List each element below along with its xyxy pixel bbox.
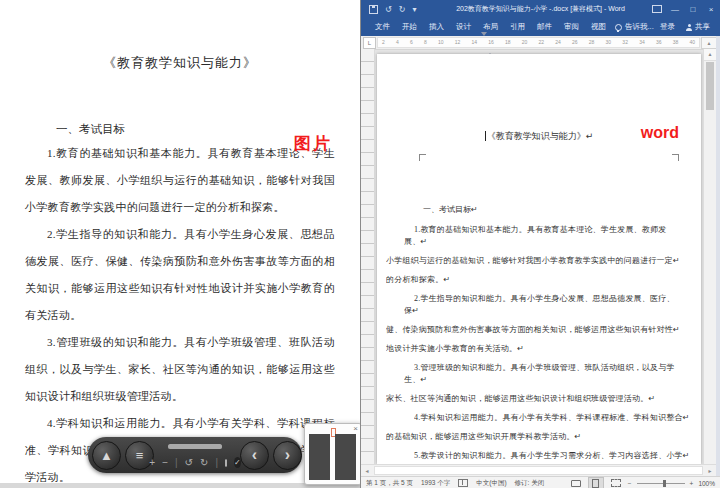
web-layout-icon[interactable]: [609, 478, 623, 488]
scroll-up-button[interactable]: ▲: [701, 37, 717, 49]
ribbon-tab[interactable]: 审阅: [558, 18, 585, 36]
undo-icon[interactable]: ↺: [385, 5, 392, 14]
window-title: 202教育教学知识与能力-小学 -.docx [兼容模式] - Word: [456, 4, 625, 14]
proofing-icon[interactable]: [458, 479, 468, 487]
ruler-number: 18: [505, 40, 511, 45]
ribbon-options-button[interactable]: [648, 0, 666, 18]
previous-image-button[interactable]: ‹: [240, 441, 269, 470]
word-titlebar: ↺ ↻ ▾ 202教育教学知识与能力-小学 -.docx [兼容模式] - Wo…: [361, 0, 720, 18]
horizontal-scrollbar[interactable]: ◄ ►: [361, 464, 716, 476]
zoom-out-button[interactable]: −: [628, 480, 632, 487]
minimize-button[interactable]: —: [666, 0, 684, 18]
redo-icon[interactable]: ↻: [399, 5, 406, 14]
scroll-right-arrow[interactable]: ►: [704, 468, 716, 474]
ruler-number: 34: [639, 40, 645, 45]
ruler-number: 20: [522, 40, 528, 45]
ruler-number: 38: [673, 40, 679, 45]
doc-line: 2.学生指导的知识和能力。具有小学生身心发展、思想品德发展、医疗、: [414, 293, 695, 304]
zoom-slider[interactable]: [168, 444, 222, 449]
ribbon-tab[interactable]: 文件: [369, 18, 396, 36]
eject-button[interactable]: ▲: [92, 441, 121, 470]
lightbulb-icon: [615, 24, 622, 31]
word-count[interactable]: 1993 个字: [421, 479, 450, 488]
page-indicator[interactable]: 第 1 页，共 5 页: [366, 479, 413, 488]
ruler-number: 8: [424, 40, 427, 45]
chevron-right-icon: ›: [285, 447, 290, 463]
close-button[interactable]: ×: [702, 0, 720, 18]
ribbon-tab[interactable]: 开始: [396, 18, 423, 36]
horizontal-ruler: 246810121416182022242628303234363840: [377, 37, 700, 48]
document-page[interactable]: 《教育教学知识与能力》↵ word 一、考试目标↵ 1.教育的基础知识和基本能力…: [377, 54, 701, 464]
doc-heading-line: 一、考试目标↵: [423, 204, 701, 215]
ruler-number: 10: [438, 40, 444, 45]
scrollbar-up-arrow[interactable]: ▲: [704, 49, 716, 61]
vertical-scrollbar[interactable]: ▲: [703, 49, 716, 464]
chevron-left-icon: ‹: [252, 447, 257, 463]
rotate-left-button[interactable]: ↺: [185, 458, 193, 468]
zoom-out-button[interactable]: −: [162, 458, 168, 468]
indent-marker[interactable]: [481, 36, 489, 48]
ruler-number: 22: [539, 40, 545, 45]
share-label: 共享: [695, 22, 710, 32]
doc-line: 的基础知识，能够运用这些知识开展学科教学活动。↵: [386, 431, 695, 442]
ribbon-tab[interactable]: 设计: [450, 18, 477, 36]
zoom-slider-thumb[interactable]: [663, 480, 666, 487]
sign-in-button[interactable]: 登录: [655, 22, 680, 32]
margin-crop-mark: [672, 154, 679, 161]
zoom-in-button[interactable]: +: [149, 458, 155, 468]
doc-lines: 1.教育的基础知识和基本能力。具有教育基本理论、学生发展、教师发展、↵小学组织与…: [377, 224, 701, 461]
save-icon[interactable]: [369, 5, 378, 14]
ribbon-tab[interactable]: 引用: [504, 18, 531, 36]
ruler-number: 14: [471, 40, 477, 45]
qat-dropdown-icon[interactable]: ▾: [412, 5, 416, 14]
zoom-in-button[interactable]: +: [690, 480, 694, 487]
maximize-button[interactable]: □: [684, 0, 702, 18]
window-right-edge: [716, 36, 720, 488]
hscroll-track[interactable]: [374, 466, 703, 475]
word-type-label: word: [641, 124, 679, 142]
next-image-button[interactable]: ›: [273, 441, 302, 470]
check-icon: ✓: [234, 459, 241, 467]
tab-selector[interactable]: L: [363, 37, 376, 49]
close-icon[interactable]: ×: [353, 424, 358, 433]
image-viewer-toolbar: ▲ ≡ + − | ↺ ↻ | ✓ ‹: [88, 437, 302, 473]
zoom-slider[interactable]: [637, 483, 685, 484]
scroll-left-arrow[interactable]: ◄: [361, 468, 373, 474]
menu-icon: ≡: [136, 449, 144, 462]
actual-size-icon[interactable]: [225, 459, 227, 467]
thumbnail-column: [335, 434, 356, 480]
share-button[interactable]: 共享: [680, 22, 716, 32]
paragraph: 1.教育的基础知识和基本能力。具有教育基本理论、学生发展、教师发展、小学组织与运…: [25, 140, 335, 221]
doc-line: 1.教育的基础知识和基本能力。具有教育基本理论、学生发展、教师发: [414, 224, 695, 235]
ruler-number: 36: [656, 40, 662, 45]
doc-line: 生、↵: [404, 374, 695, 385]
thumbnail-column: [309, 434, 330, 480]
confirm-button[interactable]: ✓: [234, 457, 241, 468]
screenshot-root: 《教育教学知识与能力》 一、考试目标 1.教育的基础知识和基本能力。具有教育基本…: [0, 0, 720, 488]
ruler-number: 26: [572, 40, 578, 45]
viewer-toolbar-center: + − | ↺ ↻ | ✓: [154, 437, 236, 473]
scrollbar-thumb[interactable]: [706, 62, 714, 110]
read-mode-icon[interactable]: [569, 478, 583, 488]
doc-line: 的分析和探索。↵: [386, 274, 695, 285]
doc-line: 健、传染病预防和意外伤害事故等方面的相关知识，能够运用这些知识有针对性↵: [386, 324, 695, 335]
image-doc-paragraphs: 1.教育的基础知识和基本能力。具有教育基本理论、学生发展、教师发展、小学组织与运…: [25, 140, 335, 488]
paragraph: 2.学生指导的知识和能力。具有小学生身心发展、思想品德发展、医疗、保健、传染病预…: [25, 221, 335, 329]
ruler-number: 4: [396, 40, 399, 45]
rotate-right-button[interactable]: ↻: [200, 458, 208, 468]
ribbon-tab-bar: 文件开始插入设计布局引用邮件审阅视图 告诉我... 登录 共享: [361, 18, 720, 36]
doc-body: 一、考试目标↵ 1.教育的基础知识和基本能力。具有教育基本理论、学生发展、教师发…: [377, 204, 701, 464]
ribbon-tab[interactable]: 插入: [423, 18, 450, 36]
print-layout-icon[interactable]: [588, 477, 604, 488]
ruler-number: 28: [589, 40, 595, 45]
language-indicator[interactable]: 中文(中国): [476, 479, 506, 488]
margin-crop-mark: [419, 154, 426, 161]
ribbon-tab[interactable]: 视图: [585, 18, 612, 36]
zoom-level[interactable]: 100%: [698, 480, 715, 487]
ribbon-tab[interactable]: 邮件: [531, 18, 558, 36]
eject-icon: ▲: [100, 449, 113, 462]
paragraph: 3.管理班级的知识和能力。具有小学班级管理、班队活动组织，以及与学生、家长、社区…: [25, 329, 335, 410]
tell-me-box[interactable]: 告诉我...: [615, 22, 654, 32]
ruler-number: 2: [382, 40, 385, 45]
track-changes-indicator[interactable]: 修订: 关闭: [515, 479, 545, 488]
